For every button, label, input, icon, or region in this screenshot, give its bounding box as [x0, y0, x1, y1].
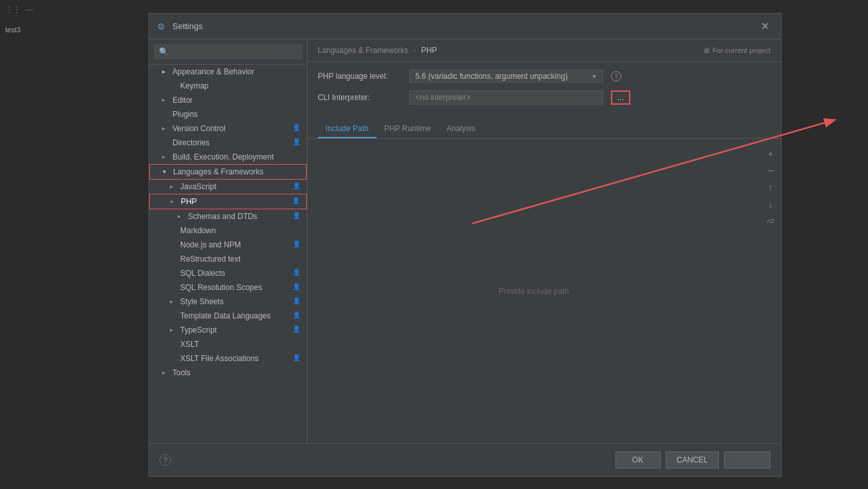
- sidebar-item-label: ReStructured text: [180, 255, 240, 264]
- tab-php-runtime[interactable]: PHP Runtime: [377, 120, 439, 138]
- expand-icon: ▸: [178, 213, 185, 220]
- sidebar-item-plugins[interactable]: ▸ Plugins: [149, 107, 307, 121]
- sync-icon: 👤: [293, 326, 302, 335]
- php-language-level-dropdown[interactable]: 5.6 (variadic functions, argument unpack…: [409, 70, 603, 83]
- sidebar-item-label: Keymap: [180, 81, 209, 90]
- empty-path-message: Provide include path: [499, 287, 569, 296]
- sidebar-item-label: Markdown: [180, 226, 216, 235]
- sidebar-item-build[interactable]: ▸ Build, Execution, Deployment: [149, 150, 307, 164]
- cli-interpreter-browse-button[interactable]: ...: [611, 90, 630, 105]
- sync-icon: 👤: [293, 212, 302, 221]
- sidebar-item-style-sheets[interactable]: ▸ Style Sheets 👤: [149, 295, 307, 309]
- dialog-footer: ? OK CANCEL APPLY: [149, 443, 781, 476]
- grid-icon: ⋮⋮: [5, 5, 21, 14]
- sidebar-item-sql-dialects[interactable]: ▸ SQL Dialects 👤: [149, 266, 307, 280]
- sidebar-item-label: XSLT: [180, 340, 199, 349]
- sidebar-item-keymap[interactable]: ▸ Keymap: [149, 79, 307, 93]
- sync-icon: 👤: [293, 182, 302, 191]
- sidebar-item-label: Tools: [172, 368, 191, 377]
- sidebar-item-label: Build, Execution, Deployment: [172, 152, 274, 161]
- expand-icon: ▾: [163, 168, 170, 176]
- expand-icon: ▸: [170, 326, 178, 334]
- sidebar-item-label: Schemas and DTDs: [188, 212, 257, 221]
- dialog-titlebar: ⚙ Settings ✕: [149, 14, 781, 39]
- sidebar-item-label: Style Sheets: [180, 297, 223, 306]
- project-badge-text: For current project: [712, 47, 770, 54]
- sidebar-item-label: Appearance & Behavior: [172, 67, 254, 76]
- sidebar-item-schemas[interactable]: ▸ Schemas and DTDs 👤: [149, 209, 307, 224]
- path-list: Provide include path: [307, 139, 760, 443]
- expand-icon: ▸: [170, 198, 178, 205]
- app-label: test3: [5, 26, 21, 34]
- path-toolbar: + − ↑ ↓ AZ: [760, 139, 781, 443]
- sidebar-item-label: Node.js and NPM: [180, 240, 241, 249]
- monitor-icon: 🖥: [703, 47, 710, 54]
- sidebar-item-label: JavaScript: [180, 182, 216, 191]
- dialog-title: Settings: [172, 21, 757, 31]
- tab-analysis[interactable]: Analysis: [439, 120, 483, 138]
- expand-icon: ▸: [162, 125, 170, 132]
- cli-interpreter-value: <no interpreter>: [409, 90, 603, 105]
- sidebar-item-template-data[interactable]: ▸ Template Data Languages 👤: [149, 309, 307, 323]
- tab-include-path[interactable]: Include Path: [318, 120, 377, 138]
- move-down-button[interactable]: ↓: [763, 197, 778, 211]
- dialog-body: ▸ Appearance & Behavior ▸ Keymap ▸ Edito…: [149, 39, 781, 443]
- sidebar-item-label: Directories: [172, 138, 209, 147]
- php-language-level-label: PHP language level:: [318, 72, 402, 81]
- sidebar-item-xslt-file[interactable]: ▸ XSLT File Associations 👤: [149, 351, 307, 366]
- main-content: Languages & Frameworks › PHP 🖥 For curre…: [307, 39, 781, 443]
- ok-button[interactable]: OK: [615, 452, 661, 468]
- sidebar-item-editor[interactable]: ▸ Editor: [149, 93, 307, 107]
- include-path-area: Provide include path + − ↑ ↓ AZ: [307, 139, 781, 443]
- help-button-footer[interactable]: ?: [160, 454, 171, 466]
- add-path-button[interactable]: +: [763, 147, 778, 161]
- sidebar-item-appearance[interactable]: ▸ Appearance & Behavior: [149, 65, 307, 79]
- remove-path-button[interactable]: −: [763, 163, 778, 178]
- settings-icon: ⚙: [157, 21, 167, 32]
- dropdown-arrow-icon: ▼: [591, 73, 597, 80]
- settings-area: PHP language level: 5.6 (variadic functi…: [307, 62, 781, 120]
- sync-icon: 👤: [293, 240, 302, 249]
- sidebar-item-php[interactable]: ▸ PHP 👤: [149, 194, 307, 209]
- sidebar-item-restructured[interactable]: ▸ ReStructured text: [149, 252, 307, 266]
- sidebar-search-input[interactable]: [154, 45, 302, 59]
- settings-dialog: ⚙ Settings ✕ ▸ Appearance & Behavior ▸ K…: [149, 13, 781, 477]
- sidebar-item-typescript[interactable]: ▸ TypeScript 👤: [149, 323, 307, 337]
- apply-button[interactable]: APPLY: [724, 452, 770, 468]
- move-up-button[interactable]: ↑: [763, 180, 778, 194]
- sync-icon: 👤: [293, 269, 302, 278]
- sidebar-search-area: [149, 39, 307, 65]
- sort-button[interactable]: AZ: [763, 214, 778, 228]
- help-icon[interactable]: ?: [611, 71, 621, 81]
- sidebar-item-nodejs[interactable]: ▸ Node.js and NPM 👤: [149, 238, 307, 252]
- sidebar-item-xslt[interactable]: ▸ XSLT: [149, 337, 307, 351]
- sidebar-item-directories[interactable]: ▸ Directories 👤: [149, 136, 307, 150]
- sync-icon: 👤: [293, 138, 302, 147]
- php-language-level-value: 5.6 (variadic functions, argument unpack…: [415, 72, 568, 81]
- sidebar-item-label: SQL Dialects: [180, 269, 225, 278]
- expand-icon: ▸: [162, 68, 170, 76]
- sidebar-item-javascript[interactable]: ▸ JavaScript 👤: [149, 180, 307, 194]
- sidebar-item-label: XSLT File Associations: [180, 354, 259, 363]
- sidebar-item-languages[interactable]: ▾ Languages & Frameworks: [149, 164, 307, 180]
- sidebar-item-label: Version Control: [172, 124, 225, 133]
- expand-icon: ▸: [162, 96, 170, 104]
- sidebar-item-version-control[interactable]: ▸ Version Control 👤: [149, 121, 307, 136]
- dialog-close-button[interactable]: ✕: [757, 19, 773, 34]
- php-language-level-row: PHP language level: 5.6 (variadic functi…: [318, 70, 770, 83]
- breadcrumb: Languages & Frameworks › PHP 🖥 For curre…: [307, 39, 781, 62]
- sidebar-item-label: TypeScript: [180, 326, 217, 335]
- sidebar-item-markdown[interactable]: ▸ Markdown: [149, 224, 307, 238]
- sidebar-item-label: Languages & Frameworks: [173, 167, 264, 176]
- sync-icon: 👤: [292, 197, 301, 206]
- sidebar: ▸ Appearance & Behavior ▸ Keymap ▸ Edito…: [149, 39, 307, 443]
- breadcrumb-parent: Languages & Frameworks: [318, 46, 408, 55]
- sidebar-item-tools[interactable]: ▸ Tools: [149, 366, 307, 380]
- sidebar-item-sql-resolution[interactable]: ▸ SQL Resolution Scopes 👤: [149, 280, 307, 295]
- sidebar-item-label: Template Data Languages: [180, 311, 271, 320]
- minimize-icon[interactable]: —: [26, 5, 34, 14]
- sidebar-item-label: SQL Resolution Scopes: [180, 283, 262, 292]
- sidebar-item-label: Editor: [172, 96, 192, 105]
- cancel-button[interactable]: CANCEL: [666, 452, 719, 468]
- sync-icon: 👤: [293, 297, 302, 306]
